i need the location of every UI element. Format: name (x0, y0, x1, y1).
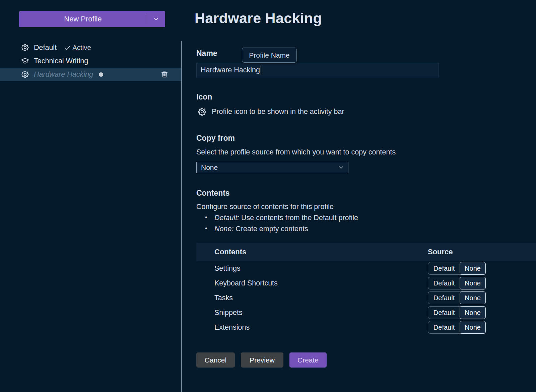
source-option-none[interactable]: None (460, 306, 486, 319)
contents-table-header: Contents Source (196, 243, 536, 261)
profile-name-tooltip: Profile Name (242, 48, 297, 63)
gear-icon (21, 70, 29, 79)
profiles-editor-window: New Profile Default Active (0, 0, 536, 392)
profile-row-default[interactable]: Default Active (0, 41, 181, 54)
source-toggle-extensions: Default None (428, 321, 486, 334)
contents-bullet-default: • Default: Use contents from the Default… (205, 214, 358, 222)
chevron-down-icon (153, 16, 159, 22)
mortar-board-icon (21, 57, 29, 65)
gear-icon[interactable] (197, 107, 207, 117)
cancel-button[interactable]: Cancel (196, 352, 235, 368)
trash-icon[interactable] (160, 70, 169, 78)
copy-from-selected-value: None (201, 164, 218, 172)
source-option-default[interactable]: Default (428, 321, 460, 333)
table-row-extensions: Extensions Default None (196, 320, 536, 335)
bullet-dot: • (205, 214, 214, 222)
name-section-label: Name (196, 49, 217, 58)
source-option-default[interactable]: Default (428, 292, 460, 304)
source-option-none[interactable]: None (460, 291, 486, 304)
action-buttons: Cancel Preview Create (196, 352, 327, 368)
check-icon (64, 44, 71, 51)
icon-picker-row: Profile icon to be shown in the activity… (197, 107, 344, 117)
profile-name-label: Hardware Hacking (34, 70, 93, 79)
contents-description: Configure source of contents for this pr… (196, 203, 334, 211)
bullet-dot: • (205, 225, 214, 233)
contents-table: Settings Default None Keyboard Shortcuts… (196, 261, 536, 335)
new-profile-button-label[interactable]: New Profile (19, 11, 147, 27)
modified-dot (99, 72, 103, 77)
new-profile-button[interactable]: New Profile (19, 11, 165, 27)
source-toggle-keyboard-shortcuts: Default None (428, 277, 486, 289)
page-title: Hardware Hacking (195, 10, 322, 26)
gear-icon (21, 43, 29, 52)
source-option-default[interactable]: Default (428, 307, 460, 319)
source-toggle-settings: Default None (428, 262, 486, 275)
source-toggle-snippets: Default None (428, 306, 486, 319)
profile-name-input-value: Hardware Hacking (201, 66, 260, 74)
copy-from-description: Select the profile source from which you… (196, 148, 396, 156)
create-button[interactable]: Create (289, 352, 327, 368)
contents-column-header: Contents (214, 248, 246, 256)
source-option-none[interactable]: None (460, 262, 486, 275)
source-option-default[interactable]: Default (428, 262, 460, 274)
copy-from-section-label: Copy from (196, 134, 235, 143)
chevron-down-icon (338, 164, 344, 171)
source-option-none[interactable]: None (460, 277, 486, 289)
contents-section-label: Contents (196, 189, 230, 198)
preview-button[interactable]: Preview (241, 352, 283, 368)
icon-description: Profile icon to be shown in the activity… (212, 108, 344, 116)
table-row-settings: Settings Default None (196, 261, 536, 276)
copy-from-select[interactable]: None (196, 162, 348, 173)
sidebar-divider (181, 41, 182, 392)
table-row-snippets: Snippets Default None (196, 305, 536, 320)
active-status-badge: Active (64, 44, 91, 52)
contents-bullet-none: • None: Create empty contents (205, 225, 308, 233)
profile-row-technical-writing[interactable]: Technical Writing (0, 54, 181, 68)
new-profile-dropdown-toggle[interactable] (147, 11, 165, 27)
table-row-tasks: Tasks Default None (196, 290, 536, 305)
profile-name-label: Default (34, 44, 57, 52)
source-toggle-tasks: Default None (428, 291, 486, 304)
text-caret (261, 66, 261, 75)
icon-section-label: Icon (196, 92, 212, 102)
profile-name-input[interactable]: Hardware Hacking (196, 63, 439, 77)
source-column-header: Source (428, 248, 453, 256)
profile-list: Default Active Technical Writing Hardwar… (0, 41, 181, 81)
table-row-keyboard-shortcuts: Keyboard Shortcuts Default None (196, 276, 536, 290)
profile-row-hardware-hacking[interactable]: Hardware Hacking (0, 68, 181, 81)
source-option-none[interactable]: None (460, 321, 486, 334)
source-option-default[interactable]: Default (428, 277, 460, 289)
profile-name-label: Technical Writing (34, 57, 88, 65)
